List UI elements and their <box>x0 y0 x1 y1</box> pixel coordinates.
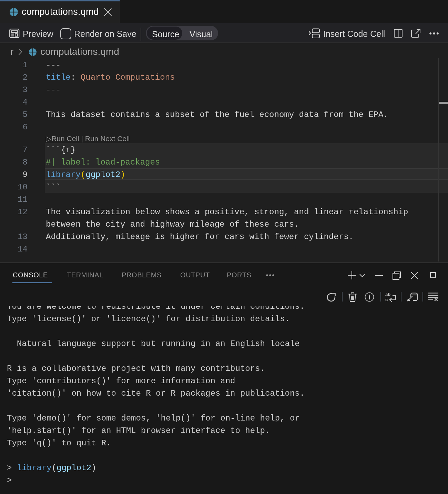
svg-text:ab: ab <box>385 292 390 297</box>
svg-text:c: c <box>385 297 388 302</box>
